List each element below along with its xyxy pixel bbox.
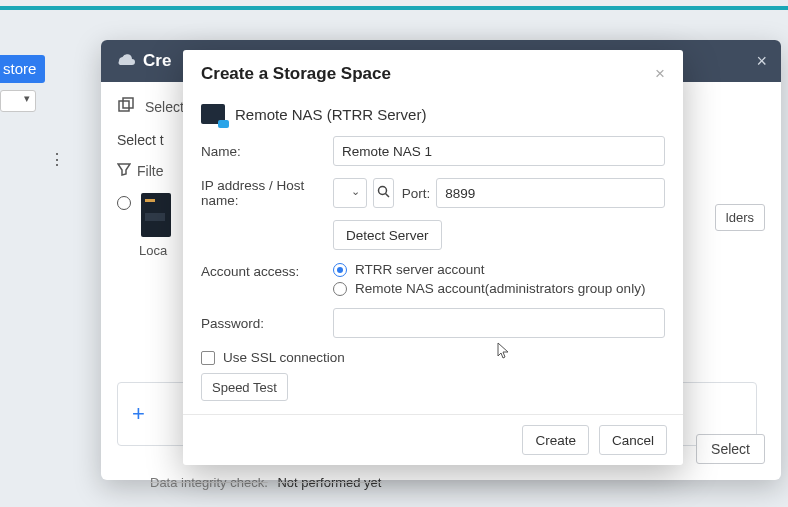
local-radio[interactable] [117,196,131,210]
select-toolbar-label: Select [145,99,184,115]
name-input[interactable] [333,136,665,166]
modal-subtitle: Remote NAS (RTRR Server) [235,106,426,123]
svg-rect-1 [123,98,133,108]
folders-button[interactable]: lders [715,204,765,231]
port-label: Port: [402,186,431,201]
local-nas-thumbnail[interactable] [141,193,171,237]
filter-icon[interactable] [117,162,131,179]
remote-nas-icon [201,104,225,124]
cloud-device-icon [115,51,135,71]
parent-window-title: Cre [143,51,171,71]
radio-rtrr-label: RTRR server account [355,262,485,277]
ssl-label: Use SSL connection [223,350,345,365]
svg-rect-0 [119,101,129,111]
port-input[interactable] [436,178,665,208]
radio-remote-nas-account[interactable]: Remote NAS account(administrators group … [333,281,645,296]
modal-header: Create a Storage Space × [183,50,683,90]
name-label: Name: [201,144,333,159]
create-button[interactable]: Create [522,425,589,455]
parent-close-icon[interactable]: × [756,51,767,72]
radio-remote-label: Remote NAS account(administrators group … [355,281,645,296]
modal-form: Name: IP address / Host name: ⌄ Port: [183,132,683,414]
kebab-icon[interactable]: ⋮ [49,150,64,169]
copy-icon [117,97,137,118]
modal-subheader: Remote NAS (RTRR Server) [183,90,683,132]
ssl-checkbox[interactable] [201,351,215,365]
modal-title: Create a Storage Space [201,64,391,84]
integrity-row: Data integrity check. Not performed yet [150,475,381,507]
integrity-value: Not performed yet [277,475,381,490]
svg-point-2 [378,187,386,195]
bg-accent-bar [0,6,788,10]
filter-label: Filte [137,163,163,179]
password-label: Password: [201,316,333,331]
speed-test-button[interactable]: Speed Test [201,373,288,401]
integrity-label: Data integrity check. [150,475,268,490]
search-host-button[interactable] [373,178,394,208]
local-label: Loca [139,243,171,258]
svg-line-3 [385,194,389,198]
cancel-button[interactable]: Cancel [599,425,667,455]
create-storage-modal: Create a Storage Space × Remote NAS (RTR… [183,50,683,465]
close-icon[interactable]: × [655,64,665,84]
radio-rtrr-account[interactable]: RTRR server account [333,262,645,277]
search-icon [377,185,390,201]
bg-dropdown[interactable] [0,90,36,112]
host-input[interactable] [333,178,367,208]
account-access-label: Account access: [201,262,333,279]
detect-server-button[interactable]: Detect Server [333,220,442,250]
ip-label: IP address / Host name: [201,178,333,208]
bg-store-label: store [0,55,45,83]
modal-footer: Create Cancel [183,414,683,465]
radio-icon [333,263,347,277]
password-input[interactable] [333,308,665,338]
radio-icon [333,282,347,296]
select-button[interactable]: Select [696,434,765,464]
